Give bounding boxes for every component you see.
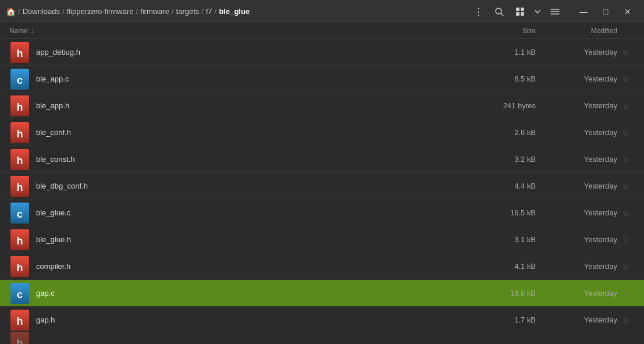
column-modified-header[interactable]: Modified bbox=[547, 27, 617, 35]
view-mode-buttons bbox=[511, 3, 564, 20]
list-item[interactable]: c ble_glue.c 16.5 kB Yesterday ☆ bbox=[0, 200, 644, 226]
file-type-icon: h bbox=[9, 310, 30, 331]
file-size: 1.7 kB bbox=[483, 315, 547, 324]
star-button[interactable]: ☆ bbox=[617, 155, 635, 164]
file-name: ble_conf.h bbox=[36, 128, 483, 137]
file-modified: Yesterday bbox=[547, 155, 617, 164]
svg-text:h: h bbox=[17, 48, 23, 59]
grid-view-button[interactable] bbox=[511, 3, 529, 20]
file-modified: Yesterday bbox=[547, 101, 617, 110]
star-button[interactable]: ☆ bbox=[617, 128, 635, 137]
svg-text:h: h bbox=[17, 182, 23, 193]
file-size: 16.5 kB bbox=[483, 208, 547, 217]
file-type-icon: h bbox=[9, 95, 30, 116]
list-item[interactable]: h ble_dbg_conf.h 4.4 kB Yesterday ☆ bbox=[0, 173, 644, 200]
window-controls: — □ ✕ bbox=[573, 3, 638, 20]
svg-rect-3 bbox=[521, 8, 524, 11]
svg-rect-2 bbox=[516, 8, 520, 11]
sort-arrow-icon: ↓ bbox=[30, 27, 34, 35]
file-name: ble_dbg_conf.h bbox=[36, 182, 483, 190]
file-modified: Yesterday bbox=[547, 315, 617, 324]
star-button[interactable]: ☆ bbox=[617, 182, 635, 191]
svg-rect-4 bbox=[516, 12, 520, 16]
file-rows: h app_debug.h 1.1 kB Yesterday ☆ c bbox=[0, 39, 644, 344]
chevron-down-button[interactable] bbox=[529, 3, 546, 20]
file-type-icon: h bbox=[9, 229, 30, 250]
breadcrumb-flipperzero-firmware[interactable]: flipperzero-firmware bbox=[67, 7, 134, 16]
file-size: 3.2 kB bbox=[483, 155, 547, 164]
svg-text:c: c bbox=[17, 289, 23, 300]
minimize-button[interactable]: — bbox=[573, 3, 594, 20]
star-button[interactable]: ☆ bbox=[617, 262, 635, 271]
column-name-header[interactable]: Name ↓ bbox=[9, 27, 483, 35]
file-type-icon: h bbox=[9, 122, 30, 143]
list-item[interactable]: c ble_app.c 6.5 kB Yesterday ☆ bbox=[0, 66, 644, 93]
list-item[interactable]: c gap.c 18.8 kB Yesterday ☆ bbox=[0, 280, 644, 307]
file-size: 3.1 kB bbox=[483, 235, 547, 244]
breadcrumb-targets[interactable]: targets bbox=[176, 7, 200, 16]
file-type-icon: c bbox=[9, 203, 30, 224]
file-name: ble_app.c bbox=[36, 75, 483, 83]
star-button[interactable]: ☆ bbox=[617, 289, 635, 298]
file-name: ble_glue.h bbox=[36, 235, 483, 244]
column-size-header[interactable]: Size bbox=[483, 27, 547, 35]
star-button[interactable]: ☆ bbox=[617, 101, 635, 111]
file-list-header: Name ↓ Size Modified bbox=[0, 23, 644, 39]
file-name: app_debug.h bbox=[36, 48, 483, 56]
list-item[interactable]: h bbox=[0, 334, 644, 344]
star-button[interactable]: ☆ bbox=[617, 48, 635, 57]
breadcrumb-firmware[interactable]: firmware bbox=[140, 7, 169, 16]
app-window: 🏠 / Downloads / flipperzero-firmware / f… bbox=[0, 0, 644, 344]
file-type-icon: h bbox=[9, 42, 30, 63]
file-name: gap.h bbox=[36, 315, 483, 324]
list-item[interactable]: h compiler.h 4.1 kB Yesterday ☆ bbox=[0, 253, 644, 280]
file-name: ble_glue.c bbox=[36, 208, 483, 217]
svg-line-1 bbox=[501, 13, 503, 16]
svg-text:h: h bbox=[17, 128, 23, 140]
close-button[interactable]: ✕ bbox=[617, 3, 638, 20]
breadcrumb-downloads[interactable]: Downloads bbox=[23, 7, 60, 16]
file-size: 241 bytes bbox=[483, 101, 547, 110]
file-type-icon: h bbox=[9, 176, 30, 197]
file-modified: Yesterday bbox=[547, 208, 617, 217]
breadcrumb: 🏠 / Downloads / flipperzero-firmware / f… bbox=[6, 7, 469, 16]
file-modified: Yesterday bbox=[547, 235, 617, 244]
list-item[interactable]: h ble_const.h 3.2 kB Yesterday ☆ bbox=[0, 146, 644, 173]
svg-text:h: h bbox=[17, 101, 23, 113]
file-modified: Yesterday bbox=[547, 289, 617, 297]
svg-text:c: c bbox=[17, 208, 23, 220]
file-modified: Yesterday bbox=[547, 128, 617, 137]
list-item[interactable]: h app_debug.h 1.1 kB Yesterday ☆ bbox=[0, 39, 644, 66]
file-type-icon: h bbox=[9, 332, 30, 345]
file-type-icon: h bbox=[9, 256, 30, 277]
list-item[interactable]: h gap.h 1.7 kB Yesterday ☆ bbox=[0, 307, 644, 334]
file-size: 4.4 kB bbox=[483, 182, 547, 190]
star-button[interactable]: ☆ bbox=[617, 315, 635, 325]
star-button[interactable]: ☆ bbox=[617, 235, 635, 244]
menu-button[interactable]: ⋮ bbox=[469, 3, 487, 20]
svg-text:c: c bbox=[17, 75, 23, 86]
file-type-icon: c bbox=[9, 69, 30, 90]
list-item[interactable]: h ble_app.h 241 bytes Yesterday ☆ bbox=[0, 93, 644, 119]
svg-rect-5 bbox=[521, 12, 524, 16]
svg-text:h: h bbox=[17, 262, 23, 274]
svg-text:h: h bbox=[17, 338, 23, 345]
home-icon: 🏠 bbox=[6, 7, 16, 16]
star-button[interactable]: ☆ bbox=[617, 75, 635, 84]
file-modified: Yesterday bbox=[547, 75, 617, 83]
search-button[interactable] bbox=[490, 3, 508, 20]
file-size: 6.5 kB bbox=[483, 75, 547, 83]
svg-text:h: h bbox=[17, 235, 23, 247]
file-modified: Yesterday bbox=[547, 262, 617, 271]
breadcrumb-f7[interactable]: f7 bbox=[206, 7, 212, 16]
maximize-button[interactable]: □ bbox=[595, 3, 616, 20]
title-bar: 🏠 / Downloads / flipperzero-firmware / f… bbox=[0, 0, 644, 23]
star-button[interactable]: ☆ bbox=[617, 208, 635, 218]
list-item[interactable]: h ble_conf.h 2.6 kB Yesterday ☆ bbox=[0, 119, 644, 146]
list-item[interactable]: h ble_glue.h 3.1 kB Yesterday ☆ bbox=[0, 226, 644, 253]
list-view-button[interactable] bbox=[546, 3, 564, 20]
file-name: gap.c bbox=[36, 289, 483, 297]
file-size: 18.8 kB bbox=[483, 289, 547, 297]
svg-text:h: h bbox=[17, 155, 23, 166]
svg-text:h: h bbox=[17, 315, 23, 327]
